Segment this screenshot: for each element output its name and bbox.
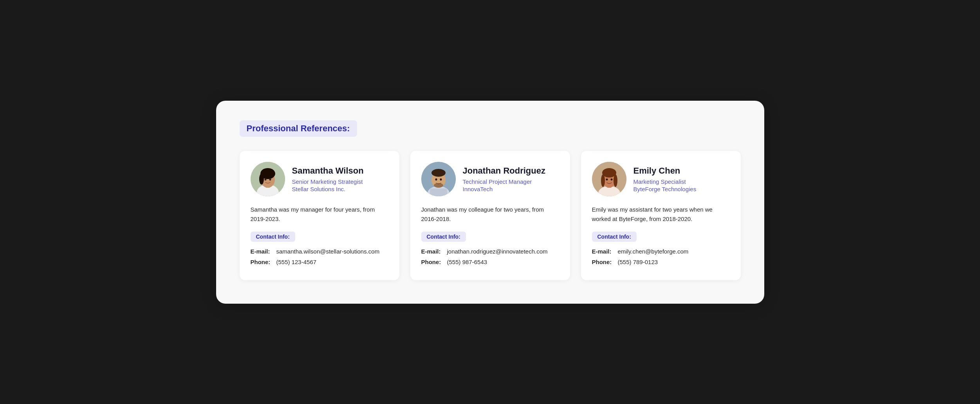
ref-company-jonathan-rodriguez: InnovaTech [463,186,545,192]
avatar-samantha-wilson [251,162,285,196]
ref-description-samantha-wilson: Samantha was my manager for four years, … [251,205,388,224]
ref-header-jonathan-rodriguez: Jonathan Rodriguez Technical Project Man… [421,162,559,196]
ref-company-samantha-wilson: Stellar Solutions Inc. [292,186,364,192]
reference-card-samantha-wilson: Samantha Wilson Senior Marketing Strateg… [240,151,399,280]
phone-value-samantha-wilson: (555) 123-4567 [276,259,317,265]
ref-name-samantha-wilson: Samantha Wilson [292,166,364,176]
email-key-jonathan-rodriguez: E-mail: [421,248,444,255]
contact-label-samantha-wilson: Contact Info: [251,232,295,242]
svg-rect-10 [430,188,447,196]
ref-header-samantha-wilson: Samantha Wilson Senior Marketing Strateg… [251,162,388,196]
phone-value-emily-chen: (555) 789-0123 [618,259,658,265]
phone-row-jonathan-rodriguez: Phone: (555) 987-6543 [421,259,559,265]
svg-point-23 [614,174,617,187]
svg-point-24 [606,178,608,180]
email-row-emily-chen: E-mail: emily.chen@byteforge.com [592,248,730,255]
svg-point-16 [440,178,442,181]
phone-row-emily-chen: Phone: (555) 789-0123 [592,259,730,265]
email-value-samantha-wilson: samantha.wilson@stellar-solutions.com [276,248,380,255]
reference-card-emily-chen: Emily Chen Marketing Specialist ByteForg… [581,151,741,280]
ref-header-emily-chen: Emily Chen Marketing Specialist ByteForg… [592,162,730,196]
contact-label-jonathan-rodriguez: Contact Info: [421,232,466,242]
ref-company-emily-chen: ByteForge Technologies [633,186,697,192]
svg-point-25 [610,178,612,180]
ref-info-samantha-wilson: Samantha Wilson Senior Marketing Strateg… [292,166,364,192]
phone-key-emily-chen: Phone: [592,259,615,265]
svg-point-6 [264,178,266,181]
phone-key-samantha-wilson: Phone: [251,259,273,265]
ref-title-jonathan-rodriguez: Technical Project Manager [463,178,545,186]
svg-point-13 [431,169,446,177]
email-row-jonathan-rodriguez: E-mail: jonathan.rodriguez@innovatetech.… [421,248,559,255]
phone-key-jonathan-rodriguez: Phone: [421,259,444,265]
avatar-jonathan-rodriguez [421,162,456,196]
ref-title-emily-chen: Marketing Specialist [633,178,697,186]
ref-description-jonathan-rodriguez: Jonathan was my colleague for two years,… [421,205,559,224]
email-value-emily-chen: emily.chen@byteforge.com [618,248,689,255]
ref-info-jonathan-rodriguez: Jonathan Rodriguez Technical Project Man… [463,166,545,192]
avatar-emily-chen [592,162,626,196]
svg-point-22 [601,174,605,187]
email-row-samantha-wilson: E-mail: samantha.wilson@stellar-solution… [251,248,388,255]
svg-point-15 [435,178,437,181]
ref-info-emily-chen: Emily Chen Marketing Specialist ByteForg… [633,166,697,192]
references-grid: Samantha Wilson Senior Marketing Strateg… [240,151,741,280]
contact-label-emily-chen: Contact Info: [592,232,637,242]
email-value-jonathan-rodriguez: jonathan.rodriguez@innovatetech.com [447,248,548,255]
email-key-samantha-wilson: E-mail: [251,248,273,255]
ref-name-jonathan-rodriguez: Jonathan Rodriguez [463,166,545,176]
references-section: Professional References: Samantha Wilson… [216,101,764,304]
reference-card-jonathan-rodriguez: Jonathan Rodriguez Technical Project Man… [410,151,570,280]
phone-row-samantha-wilson: Phone: (555) 123-4567 [251,259,388,265]
ref-name-emily-chen: Emily Chen [633,166,697,176]
email-key-emily-chen: E-mail: [592,248,615,255]
phone-value-jonathan-rodriguez: (555) 987-6543 [447,259,487,265]
svg-point-5 [259,174,264,185]
ref-description-emily-chen: Emily was my assistant for two years whe… [592,205,730,224]
ref-title-samantha-wilson: Senior Marketing Strategist [292,178,364,186]
section-title: Professional References: [240,120,357,137]
svg-point-7 [269,178,271,181]
